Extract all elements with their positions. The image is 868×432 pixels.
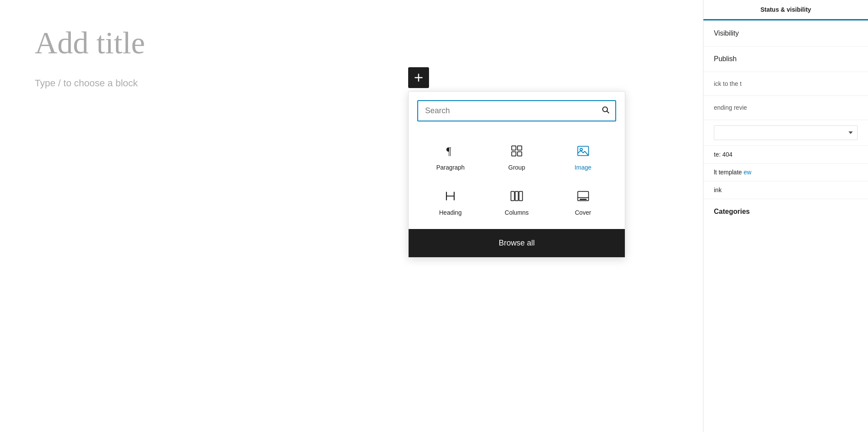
- svg-rect-9: [515, 191, 518, 200]
- permalink-text: ink: [714, 187, 722, 193]
- cover-label: Cover: [575, 209, 591, 216]
- columns-icon: [509, 188, 525, 204]
- paragraph-label: Paragraph: [436, 164, 465, 171]
- meta-section-2: ending revie: [703, 96, 868, 120]
- sidebar-tabs: Status & visibility: [703, 0, 868, 21]
- block-search-input[interactable]: [417, 100, 616, 121]
- svg-rect-5: [518, 152, 522, 156]
- block-item-paragraph[interactable]: ¶ Paragraph: [417, 134, 484, 180]
- search-wrapper: [417, 100, 616, 121]
- permalink-section: ink: [703, 181, 868, 199]
- sidebar-select[interactable]: [714, 125, 858, 140]
- publish-label: Publish: [714, 55, 736, 62]
- tab-status-visibility[interactable]: Status & visibility: [703, 0, 868, 20]
- block-item-heading[interactable]: Heading: [417, 180, 484, 225]
- status-text: te: 404: [714, 151, 733, 158]
- title-placeholder[interactable]: Add title: [35, 26, 668, 60]
- status-section: te: 404: [703, 146, 868, 164]
- block-item-cover[interactable]: Cover: [550, 180, 616, 225]
- categories-section: Categories: [703, 199, 868, 224]
- svg-rect-10: [519, 191, 522, 200]
- block-item-image[interactable]: Image: [550, 134, 616, 180]
- search-wrap: [409, 92, 625, 126]
- svg-rect-12: [580, 199, 587, 200]
- publish-section: Publish: [703, 46, 868, 72]
- meta-text-1: ick to the t: [714, 80, 742, 87]
- template-text: lt template: [714, 169, 742, 176]
- block-placeholder: Type / to choose a block: [35, 78, 668, 89]
- svg-rect-3: [518, 146, 522, 150]
- paragraph-icon: ¶: [442, 143, 458, 159]
- heading-label: Heading: [439, 209, 462, 216]
- block-item-group[interactable]: Group: [484, 134, 550, 180]
- plus-icon: [414, 73, 423, 82]
- svg-text:¶: ¶: [446, 145, 451, 157]
- image-label: Image: [574, 164, 591, 171]
- svg-rect-8: [511, 191, 515, 200]
- sidebar: Status & visibility Visibility Publish i…: [703, 0, 868, 432]
- sidebar-content: Visibility Publish ick to the t ending r…: [703, 21, 868, 224]
- svg-rect-4: [512, 152, 516, 156]
- group-icon: [509, 143, 525, 159]
- heading-icon: [442, 188, 458, 204]
- svg-point-7: [580, 148, 582, 151]
- add-block-button[interactable]: [408, 67, 429, 88]
- categories-label: Categories: [714, 208, 750, 215]
- group-label: Group: [508, 164, 525, 171]
- visibility-section: Visibility: [703, 21, 868, 46]
- meta-section-1: ick to the t: [703, 72, 868, 96]
- block-item-columns[interactable]: Columns: [484, 180, 550, 225]
- browse-all-button[interactable]: Browse all: [409, 229, 625, 257]
- template-view-link[interactable]: ew: [743, 169, 751, 176]
- template-section: lt template ew: [703, 164, 868, 181]
- columns-label: Columns: [505, 209, 528, 216]
- cover-icon: [575, 188, 591, 204]
- block-inserter-popup: ¶ Paragraph Group: [408, 91, 625, 258]
- image-icon: [575, 143, 591, 159]
- svg-rect-2: [512, 146, 516, 150]
- blocks-grid: ¶ Paragraph Group: [409, 126, 625, 229]
- meta-text-2: ending revie: [714, 104, 747, 111]
- visibility-label: Visibility: [714, 29, 739, 37]
- select-wrap: [703, 120, 868, 146]
